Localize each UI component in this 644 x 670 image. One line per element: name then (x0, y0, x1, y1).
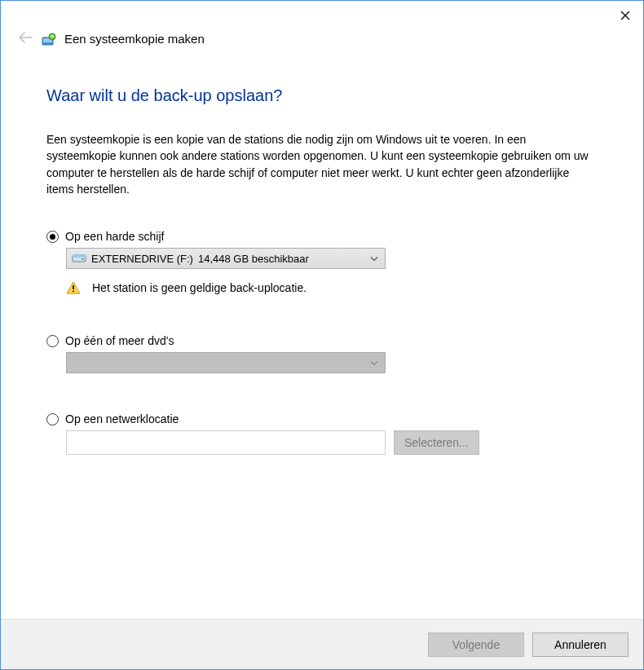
wizard-title: Een systeemkopie maken (64, 32, 205, 46)
radio-hdd[interactable]: Op een harde schijf (46, 230, 598, 243)
wizard-footer: Volgende Annuleren (1, 619, 643, 669)
next-button: Volgende (428, 633, 524, 657)
radio-network[interactable]: Op een netwerklocatie (46, 412, 598, 425)
page-heading: Waar wilt u de back-up opslaan? (46, 86, 598, 105)
radio-dvd-label: Op één of meer dvd's (65, 334, 174, 347)
hdd-drive-dropdown[interactable]: EXTERNEDRIVE (F:) 14,448 GB beschikbaar (66, 248, 386, 269)
close-icon (620, 11, 630, 20)
radio-network-indicator (46, 413, 59, 425)
option-hdd: Op een harde schijf EXTERNEDRIVE (F:) 14… (46, 230, 598, 295)
hdd-warning-text: Het station is geen geldige back-uplocat… (92, 281, 307, 294)
wizard-content: Waar wilt u de back-up opslaan? Een syst… (1, 54, 643, 619)
radio-dvd-indicator (46, 335, 59, 347)
option-network: Op een netwerklocatie Selecteren... (46, 412, 598, 455)
wizard-window: Een systeemkopie maken Waar wilt u de ba… (0, 0, 644, 670)
hdd-drive-detail: 14,448 GB beschikbaar (198, 253, 309, 265)
hdd-warning: Het station is geen geldige back-uplocat… (66, 280, 598, 295)
chevron-down-icon (370, 254, 378, 263)
radio-network-label: Op een netwerklocatie (65, 412, 179, 425)
svg-rect-4 (73, 255, 86, 258)
titlebar (1, 1, 643, 25)
page-description: Een systeemkopie is een kopie van de sta… (46, 131, 598, 197)
drive-icon (72, 253, 86, 264)
dvd-drive-dropdown (66, 352, 386, 373)
chevron-down-icon (370, 359, 378, 368)
radio-hdd-label: Op een harde schijf (65, 230, 164, 243)
network-path-input[interactable] (66, 430, 386, 455)
back-arrow-icon (18, 32, 33, 43)
browse-button: Selecteren... (394, 430, 479, 455)
svg-rect-6 (73, 285, 74, 289)
cancel-button[interactable]: Annuleren (532, 633, 629, 657)
system-image-icon (42, 33, 56, 47)
hdd-drive-name: EXTERNEDRIVE (F:) (91, 253, 193, 265)
svg-rect-7 (73, 291, 74, 293)
warning-icon (66, 280, 81, 295)
radio-dvd[interactable]: Op één of meer dvd's (46, 334, 598, 347)
svg-rect-5 (82, 258, 84, 260)
radio-hdd-indicator (46, 231, 59, 243)
wizard-header: Een systeemkopie maken (1, 25, 643, 54)
back-button[interactable] (17, 30, 33, 47)
close-button[interactable] (615, 6, 635, 25)
option-dvd: Op één of meer dvd's (46, 334, 598, 373)
